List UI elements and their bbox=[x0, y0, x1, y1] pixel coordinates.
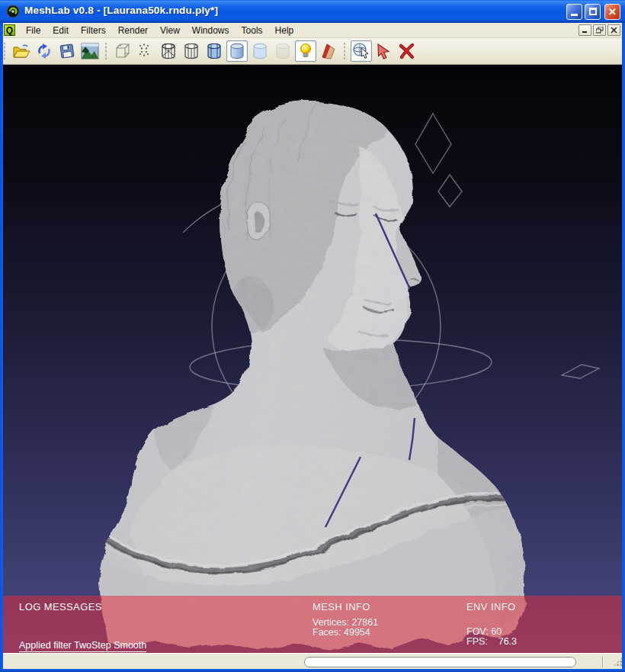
menu-bar: Q File Edit Filters Render View Windows … bbox=[0, 23, 625, 38]
menu-view[interactable]: View bbox=[154, 24, 186, 37]
menu-edit[interactable]: Edit bbox=[46, 24, 75, 37]
bbox-icon[interactable] bbox=[112, 40, 133, 62]
close-button[interactable]: ✕ bbox=[604, 4, 620, 20]
show-trackball-icon[interactable] bbox=[351, 40, 372, 62]
toolbar-grip[interactable] bbox=[3, 43, 6, 59]
maximize-button[interactable] bbox=[585, 4, 601, 20]
menu-help[interactable]: Help bbox=[269, 24, 300, 37]
document-icon[interactable]: Q bbox=[4, 24, 15, 36]
log-messages-header: LOG MESSAGES bbox=[19, 601, 102, 613]
status-bar bbox=[0, 653, 625, 669]
flat-lines-icon[interactable] bbox=[181, 40, 202, 62]
menu-tools[interactable]: Tools bbox=[236, 24, 269, 37]
bust-mesh bbox=[69, 92, 541, 653]
mdi-window-controls bbox=[579, 24, 620, 36]
mdi-close-button[interactable] bbox=[607, 24, 620, 36]
mesh-info-header: MESH INFO bbox=[312, 601, 370, 613]
open-icon[interactable] bbox=[11, 40, 32, 62]
window-border-bottom bbox=[0, 669, 625, 672]
minimize-button[interactable] bbox=[566, 4, 582, 20]
toolbar-grip[interactable] bbox=[104, 43, 107, 59]
delete-mesh-icon[interactable] bbox=[396, 40, 418, 62]
mdi-restore-button[interactable] bbox=[593, 24, 606, 36]
window-border-right bbox=[622, 23, 625, 672]
wireframe-icon[interactable] bbox=[158, 40, 179, 62]
toolbar bbox=[0, 38, 625, 65]
mdi-minimize-button[interactable] bbox=[579, 24, 591, 36]
pick-arrow-icon[interactable] bbox=[373, 40, 395, 62]
title-bar[interactable]: MeshLab v0.8 - [Laurana50k.rndu.ply*] ✕ bbox=[0, 0, 625, 23]
reload-icon[interactable] bbox=[34, 40, 55, 62]
gl-viewport[interactable]: LOG MESSAGES MESH INFO ENV INFO Vertices… bbox=[3, 65, 622, 653]
save-icon[interactable] bbox=[56, 40, 78, 62]
light-toggle-icon[interactable] bbox=[295, 40, 316, 62]
mesh-scene bbox=[3, 65, 622, 653]
smooth-shading-icon[interactable] bbox=[226, 40, 248, 62]
toolbar-grip[interactable] bbox=[343, 43, 346, 59]
menu-filters[interactable]: Filters bbox=[75, 24, 112, 37]
env-info-header: ENV INFO bbox=[466, 601, 516, 613]
menu-file[interactable]: File bbox=[20, 24, 46, 37]
texture-icon bbox=[272, 40, 293, 62]
hidden-lines-icon[interactable] bbox=[204, 40, 225, 62]
menu-render[interactable]: Render bbox=[112, 24, 154, 37]
meshlab-logo-icon bbox=[6, 5, 20, 18]
window-title: MeshLab v0.8 - [Laurana50k.rndu.ply*] bbox=[24, 5, 218, 16]
meshlab-window: MeshLab v0.8 - [Laurana50k.rndu.ply*] ✕ … bbox=[0, 0, 625, 672]
log-message: Applied filter TwoStep Smooth bbox=[19, 640, 146, 652]
info-overlay: LOG MESSAGES MESH INFO ENV INFO Vertices… bbox=[3, 596, 622, 653]
status-separator bbox=[602, 656, 604, 667]
fps-value: FPS: 76.3 bbox=[466, 636, 517, 647]
flat-shading-icon[interactable] bbox=[249, 40, 271, 62]
vertices-count: Vertices: 27861 bbox=[312, 617, 378, 628]
points-icon[interactable] bbox=[135, 40, 156, 62]
snapshot-icon[interactable] bbox=[79, 40, 101, 62]
faces-count: Faces: 49954 bbox=[312, 627, 370, 638]
progress-bar bbox=[304, 657, 576, 667]
menu-windows[interactable]: Windows bbox=[186, 24, 236, 37]
window-border-left bbox=[0, 23, 3, 672]
fov-value: FOV: 60 bbox=[466, 626, 502, 637]
backface-wedge-icon[interactable] bbox=[318, 40, 339, 62]
